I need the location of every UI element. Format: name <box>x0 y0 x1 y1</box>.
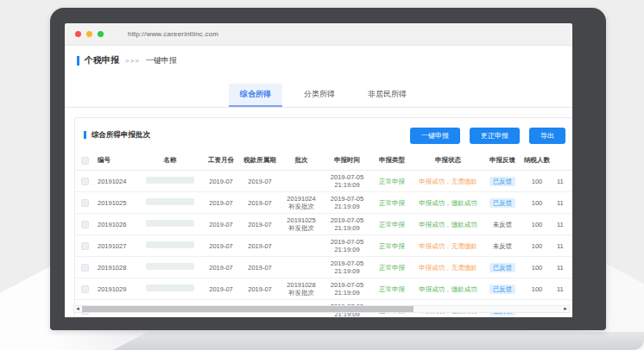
tab-nonresident-income[interactable]: 非居民所得 <box>357 84 418 107</box>
scroll-left-arrow-icon[interactable]: ◄ <box>75 305 80 313</box>
col-header: 编号 <box>94 151 137 171</box>
col-header: 纳税人数 <box>521 151 553 171</box>
batch-id-cell: 20191026 <box>94 214 137 235</box>
tab-comprehensive-income[interactable]: 综合所得 <box>229 84 282 107</box>
declare-type-cell: 正常申报 <box>372 278 412 300</box>
accent-bar <box>84 131 86 139</box>
col-header: 申报类型 <box>372 151 412 171</box>
window-close-button[interactable] <box>75 31 81 37</box>
row-checkbox[interactable] <box>81 221 89 228</box>
batch-number: 20191028 <box>282 281 320 289</box>
scroll-right-arrow-icon[interactable]: ► <box>563 305 568 313</box>
income-type-tab-bar: 综合所得分类所得非居民所得 <box>229 84 572 107</box>
declare-status-label: 申报成功，缴款成功 <box>419 285 477 293</box>
batch-number: 20191024 <box>282 195 320 203</box>
declare-type-label: 正常申报 <box>379 178 405 185</box>
row-checkbox[interactable] <box>81 242 89 250</box>
declare-clock: 21:19:09 <box>324 181 370 189</box>
window-maximize-button[interactable] <box>98 31 104 37</box>
url-text[interactable]: http://www.careerintlinc.com <box>128 30 218 38</box>
declare-status-cell: 申报成功，无需缴款 <box>412 257 484 278</box>
salary-month-cell: 2019-07 <box>203 278 239 300</box>
row-checkbox-cell <box>75 171 94 192</box>
declare-time-cell: 2019-07-0521:19:09 <box>322 192 372 214</box>
declare-type-cell: 正常申报 <box>372 171 412 192</box>
browser-window: http://www.careerintlinc.com 个税申报 >>> 一键… <box>65 23 572 317</box>
feedback-badge: 已反馈 <box>489 198 516 208</box>
name-placeholder <box>146 198 194 205</box>
tab-classified-income[interactable]: 分类所得 <box>293 84 346 107</box>
table-head: 编号名称工资月份税款所属期批次申报时间申报类型申报状态申报反馈纳税人数 <box>75 151 572 171</box>
salary-month-cell: 2019-07 <box>203 171 239 192</box>
table-row: 201910272019-072019-072019-07-0521:19:09… <box>75 235 572 257</box>
col-header <box>553 151 572 171</box>
declare-time-cell: 2019-07-0521:19:09 <box>322 278 372 300</box>
row-checkbox-cell <box>75 278 94 300</box>
col-header: 工资月份 <box>203 151 239 171</box>
row-checkbox-cell <box>75 192 94 214</box>
declare-status-cell: 申报成功，缴款成功 <box>412 214 484 235</box>
declare-status-cell: 申报成功，无需缴款 <box>412 235 484 257</box>
declare-time-cell: 2019-07-0521:19:09 <box>322 171 372 192</box>
card-title-text: 综合所得申报批次 <box>92 130 150 141</box>
row-checkbox[interactable] <box>81 199 89 207</box>
declare-type-cell: 正常申报 <box>372 214 412 235</box>
row-checkbox[interactable] <box>81 285 89 293</box>
tax-period-cell: 2019-07 <box>239 257 281 278</box>
tax-period-cell: 2019-07 <box>239 192 281 214</box>
taxpayer-count-cell: 100 <box>521 257 553 278</box>
window-minimize-button[interactable] <box>86 31 92 37</box>
col-header: 申报反馈 <box>484 151 521 171</box>
horizontal-scrollbar[interactable]: ◄ ► <box>73 305 570 313</box>
batch-type-label: 补发批次 <box>282 289 320 297</box>
row-checkbox[interactable] <box>81 264 89 272</box>
declare-clock: 21:19:09 <box>324 246 370 253</box>
name-placeholder <box>146 241 194 248</box>
declaration-batches-card: 综合所得申报批次 一键申报更正申报导出 编号名称工资月份税款所属期批次申报时间申… <box>74 117 572 317</box>
taxpayer-count-cell: 100 <box>521 278 553 300</box>
name-cell <box>137 278 203 300</box>
declare-date: 2019-07-05 <box>324 281 370 289</box>
declare-date: 2019-07-05 <box>324 216 370 224</box>
feedback-badge: 未反馈 <box>493 221 513 228</box>
breadcrumb: 个税申报 >>> 一键申报 <box>77 54 572 66</box>
card-header: 综合所得申报批次 一键申报更正申报导出 <box>75 118 572 151</box>
batch-type-label: 补发批次 <box>282 224 320 232</box>
tabs-divider <box>65 107 572 108</box>
feedback-cell: 已反馈 <box>484 257 521 278</box>
correct-declare-button[interactable]: 更正申报 <box>470 128 520 144</box>
batch-cell <box>281 235 322 257</box>
card-action-buttons: 一键申报更正申报导出 <box>401 126 565 144</box>
table-row: 201910252019-072019-0720191024补发批次2019-0… <box>75 192 572 214</box>
name-placeholder <box>146 263 194 270</box>
declare-date: 2019-07-05 <box>324 195 370 203</box>
declare-status-label: 申报成功，无需缴款 <box>419 264 477 272</box>
row-checkbox[interactable] <box>81 178 89 185</box>
col-header: 申报状态 <box>412 151 484 171</box>
salary-month-cell: 2019-07 <box>203 214 239 235</box>
batches-table-wrap: 编号名称工资月份税款所属期批次申报时间申报类型申报状态申报反馈纳税人数20191… <box>75 151 572 317</box>
select-all-checkbox[interactable] <box>81 157 89 165</box>
declare-type-label: 正常申报 <box>379 264 405 272</box>
col-header: 批次 <box>281 151 322 171</box>
batch-id-cell: 20191027 <box>94 235 137 257</box>
col-header <box>75 151 94 171</box>
declare-date: 2019-07-05 <box>324 259 370 267</box>
declare-type-cell: 正常申报 <box>372 192 412 214</box>
batch-cell: 20191025补发批次 <box>281 214 322 235</box>
table-row: 201910282019-072019-072019-07-0521:19:09… <box>75 257 572 278</box>
declare-time-cell: 2019-07-0521:19:09 <box>322 257 372 278</box>
table-row: 201910242019-072019-072019-07-0521:19:09… <box>75 171 572 192</box>
breadcrumb-current: 一键申报 <box>146 55 177 66</box>
row-checkbox-cell <box>75 257 94 278</box>
one-click-declare-button[interactable]: 一键申报 <box>410 128 460 144</box>
row-checkbox-cell <box>75 214 94 235</box>
feedback-badge: 已反馈 <box>489 177 516 186</box>
clipped-column-cell: 11 <box>553 214 572 235</box>
feedback-cell: 未反馈 <box>484 214 521 235</box>
export-button[interactable]: 导出 <box>529 128 565 144</box>
scrollbar-thumb[interactable] <box>82 306 414 312</box>
declare-status-label: 申报成功，无需缴款 <box>419 242 477 250</box>
taxpayer-count-cell: 100 <box>521 214 553 235</box>
col-header: 名称 <box>137 151 203 171</box>
